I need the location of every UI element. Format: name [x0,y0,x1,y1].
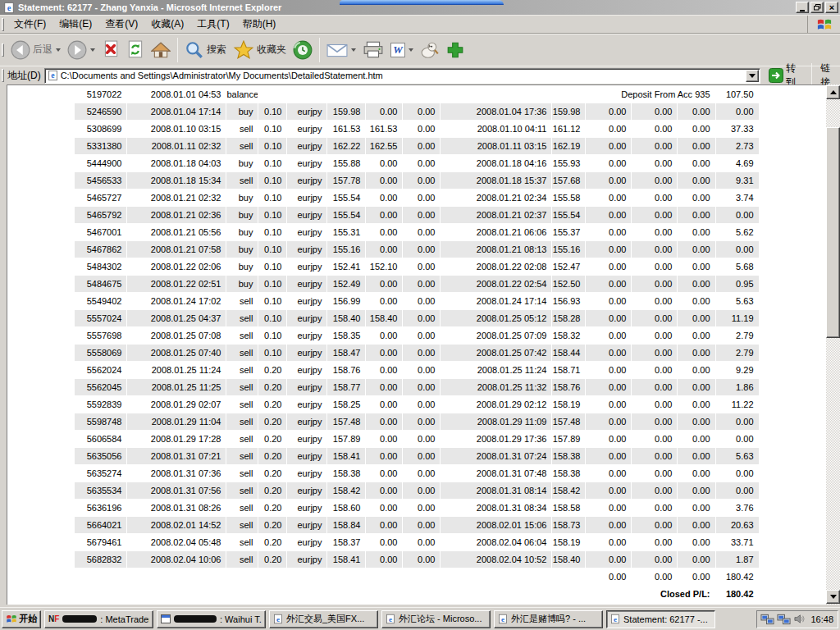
table-cell: 2008.01.31 07:48 [441,465,551,482]
table-cell: 0.00 [403,465,440,482]
taskbar: 开始 NF : MetaTrader... : Waihui T... e 外汇… [0,607,840,630]
table-cell: 0.00 [403,241,440,258]
table-cell: 158.28 [552,310,585,326]
table-cell: buy [226,276,258,292]
table-cell: 5308699 [75,121,126,137]
scrollbar-thumb[interactable] [826,127,840,338]
favorites-button[interactable]: 收藏夹 [230,35,290,65]
table-cell: 0.00 [632,189,677,206]
table-cell: 155.54 [552,207,585,223]
table-cell: 5.63 [716,448,759,464]
ie-window: e Statement: 62177 - Zhang Yanxia - Micr… [0,0,840,630]
scroll-down-button[interactable] [826,590,840,604]
dog-assistant-icon [420,40,440,60]
toolbar-grip[interactable] [2,18,4,31]
table-cell: 158.71 [552,362,585,378]
table-cell: 155.37 [552,224,585,240]
menu-tools[interactable]: 工具(T) [190,16,235,33]
home-button[interactable] [148,35,174,65]
clock: 16:48 [810,614,833,624]
taskbar-button-statement[interactable]: e Statement: 62177 -... [606,610,715,628]
table-cell: 0.00 [403,258,440,275]
menu-file[interactable]: 文件(F) [7,16,52,33]
table-cell: 5.63 [716,293,759,309]
table-cell: 0.00 [366,293,402,309]
menu-view[interactable]: 查看(V) [98,16,144,33]
table-cell: 158.32 [552,327,585,344]
table-cell: sell [226,482,258,499]
table-cell: 0.00 [366,172,402,189]
refresh-button[interactable] [123,35,148,65]
table-cell: 0.00 [586,568,631,585]
table-cell: 158.35 [327,327,365,344]
table-cell: 0.00 [632,103,677,120]
history-button[interactable] [290,35,316,65]
table-cell: 0.00 [632,413,677,430]
menu-favorites[interactable]: 收藏(A) [144,16,190,33]
table-cell: 0.00 [366,500,402,516]
table-cell: 5664021 [75,517,126,533]
menu-help[interactable]: 帮助(H) [236,16,283,33]
table-cell: 0.10 [258,189,286,206]
table-cell: 0.00 [586,172,631,189]
table-cell: sell [226,551,258,568]
table-cell: 2008.02.04 10:52 [441,551,551,568]
table-cell: 2008.01.18 04:16 [441,155,551,171]
restore-button[interactable] [810,2,824,13]
taskbar-button-metatrader[interactable]: NF : MetaTrader... [44,610,153,628]
back-button[interactable]: 后退 [7,35,64,65]
table-cell: 0.00 [403,448,440,464]
search-button[interactable]: 搜索 [181,35,230,65]
table-cell: 0.00 [632,207,677,223]
taskbar-button-fx-forum[interactable]: e 外汇论坛 - Microso... [381,610,491,628]
table-cell: 11.19 [716,310,759,326]
download-plus-button[interactable] [443,35,468,65]
table-cell: 158.40 [327,310,365,326]
table-cell: eurjpy [287,482,326,499]
table-cell: 2008.01.25 04:37 [127,310,226,326]
menu-edit[interactable]: 编辑(E) [52,16,98,33]
mail-button[interactable] [323,35,359,65]
close-button[interactable]: × [825,2,838,13]
toolbar-grip[interactable] [2,43,4,57]
table-cell: eurjpy [287,500,326,516]
address-input[interactable] [58,70,746,82]
table-cell: 0.00 [632,568,677,585]
table-row: 54657272008.01.21 02:32buy0.10eurjpy155.… [75,189,758,206]
print-button[interactable] [359,35,387,65]
volume-icon[interactable] [793,614,806,624]
table-row: 56352742008.01.31 07:36sell0.20eurjpy158… [75,465,758,482]
system-tray: 16:48 [756,610,838,628]
ie-document-icon: e [3,2,15,14]
network-icon[interactable] [777,614,791,625]
table-cell: 2008.01.29 02:07 [127,396,226,413]
taskbar-button-fx-gamble[interactable]: e 外汇是赌博吗? - ... [494,610,603,628]
background-window-edge[interactable] [340,0,504,5]
table-row: 53313802008.01.11 02:32sell0.10eurjpy162… [75,138,758,154]
table-cell: 0.00 [632,276,677,292]
table-cell: 0.00 [632,534,677,550]
research-button[interactable] [417,35,443,65]
stop-button[interactable] [98,35,123,65]
table-cell: 0.00 [632,310,677,326]
taskbar-button-waihui[interactable]: : Waihui T... [157,610,266,628]
network-icon[interactable] [760,614,774,625]
edit-with-word-button[interactable]: W [387,35,417,65]
go-arrow-icon [769,68,783,83]
vertical-scrollbar[interactable] [826,84,840,605]
taskbar-button-fx-trading[interactable]: e 外汇交易_美国FX... [269,610,378,628]
table-row: 54670012008.01.21 05:56buy0.10eurjpy155.… [75,224,758,240]
table-cell: 0.10 [258,121,286,137]
table-cell: 0.00 [403,276,440,292]
scroll-up-button[interactable] [826,85,840,99]
toolbar-grip[interactable] [2,69,4,82]
table-cell: 0.00 [586,517,631,533]
minimize-button[interactable] [796,2,809,13]
table-cell: 0.00 [716,431,759,447]
start-button[interactable]: 开始 [2,610,41,628]
table-cell: 158.77 [327,379,365,395]
forward-button[interactable] [64,35,98,65]
table-cell: 2008.01.31 07:24 [441,448,551,464]
search-icon [185,40,204,60]
address-dropdown-button[interactable] [746,70,759,82]
